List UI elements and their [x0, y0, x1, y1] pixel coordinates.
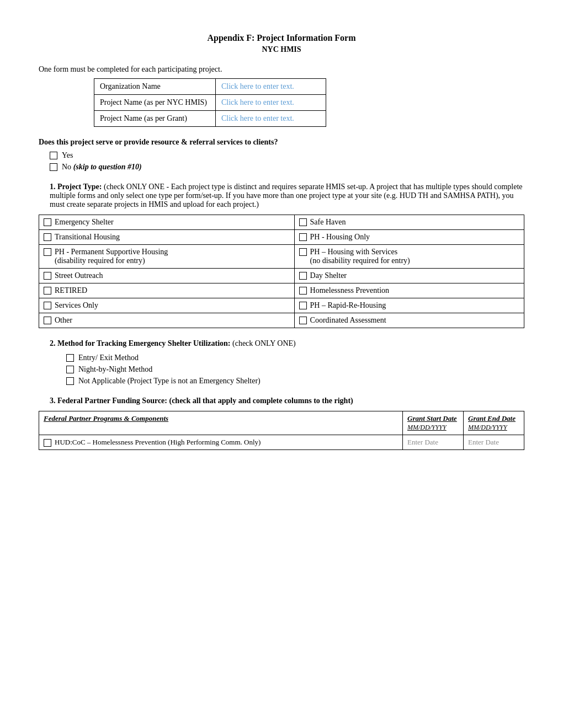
- grant-start-date-header: Grant Start Date MM/DD/YYYY: [403, 411, 464, 435]
- table-row: RETIRED Homelessness Prevention: [39, 283, 524, 298]
- homelessness-prevention-checkbox[interactable]: [299, 287, 307, 295]
- question3-header: 3. Federal Partner Funding Source: (chec…: [50, 397, 524, 405]
- project-type-cell: PH – Rapid-Re-Housing: [294, 298, 524, 313]
- question1-number: 1.: [50, 183, 56, 191]
- resource-yes-checkbox[interactable]: [50, 152, 57, 159]
- entry-exit-option[interactable]: Entry/ Exit Method: [66, 354, 524, 362]
- federal-table-header-row: Federal Partner Programs & Components Gr…: [39, 411, 524, 435]
- info-value-2[interactable]: Click here to enter text.: [216, 111, 326, 127]
- ph-rrh-checkbox[interactable]: [299, 302, 307, 309]
- question2-label: Method for Tracking Emergency Shelter Ut…: [57, 339, 296, 347]
- homelessness-prevention-label: Homelessness Prevention: [310, 286, 389, 295]
- table-row: Emergency Shelter Safe Haven: [39, 215, 524, 230]
- retired-checkbox[interactable]: [44, 287, 51, 295]
- ph-housing-services-label: PH – Housing with Services: [310, 248, 410, 256]
- ph-housing-only-checkbox[interactable]: [299, 233, 307, 241]
- info-label-1: Project Name (as per NYC HMIS): [94, 95, 216, 111]
- transitional-housing-label: Transitional Housing: [55, 233, 120, 242]
- transitional-housing-checkbox[interactable]: [44, 233, 51, 241]
- table-row: Project Name (as per Grant)Click here to…: [94, 111, 326, 127]
- page-title: Appendix F: Project Information Form: [39, 33, 524, 43]
- table-row: Project Name (as per NYC HMIS)Click here…: [94, 95, 326, 111]
- ph-psh-sublabel: (disability required for entry): [55, 256, 168, 265]
- question2-block: 2. Method for Tracking Emergency Shelter…: [39, 339, 524, 386]
- table-row: Transitional Housing PH - Housing Only: [39, 230, 524, 245]
- info-value-1[interactable]: Click here to enter text.: [216, 95, 326, 111]
- hud-coc-label: HUD:CoC – Homelessness Prevention (High …: [55, 438, 261, 447]
- resource-question: Does this project serve or provide resou…: [39, 138, 524, 172]
- emergency-shelter-checkbox[interactable]: [44, 218, 51, 226]
- question1-header: 1. Project Type: (check ONLY ONE - Each …: [50, 183, 524, 209]
- ph-housing-only-label: PH - Housing Only: [310, 233, 370, 242]
- hud-coc-end-date[interactable]: Enter Date: [464, 435, 524, 450]
- emergency-shelter-label: Emergency Shelter: [55, 218, 114, 227]
- street-outreach-label: Street Outreach: [55, 271, 103, 280]
- project-type-cell: PH – Housing with Services (no disabilit…: [294, 245, 524, 269]
- intro-text: One form must be completed for each part…: [39, 65, 524, 74]
- not-applicable-label: Not Applicable (Project Type is not an E…: [78, 377, 261, 386]
- entry-exit-checkbox[interactable]: [66, 354, 74, 362]
- info-label-2: Project Name (as per Grant): [94, 111, 216, 127]
- resource-no-checkbox[interactable]: [50, 163, 57, 171]
- project-type-cell: PH - Permanent Supportive Housing (disab…: [39, 245, 295, 269]
- project-type-cell: PH - Housing Only: [294, 230, 524, 245]
- ph-housing-services-checkbox[interactable]: [299, 248, 307, 256]
- project-type-cell: Street Outreach: [39, 269, 295, 283]
- night-by-night-checkbox[interactable]: [66, 366, 74, 373]
- day-shelter-label: Day Shelter: [310, 271, 347, 280]
- project-type-cell: Coordinated Assessment: [294, 313, 524, 328]
- coordinated-assessment-label: Coordinated Assessment: [310, 316, 386, 325]
- project-type-cell: Day Shelter: [294, 269, 524, 283]
- project-type-cell: Emergency Shelter: [39, 215, 295, 230]
- resource-yes-option[interactable]: Yes: [50, 151, 524, 160]
- question3-block: 3. Federal Partner Funding Source: (chec…: [39, 397, 524, 450]
- hud-coc-end-date-value: Enter Date: [468, 438, 499, 446]
- table-row: PH - Permanent Supportive Housing (disab…: [39, 245, 524, 269]
- hud-coc-cell: HUD:CoC – Homelessness Prevention (High …: [39, 435, 403, 450]
- question2-number: 2.: [50, 339, 56, 347]
- not-applicable-checkbox[interactable]: [66, 377, 74, 385]
- ph-rrh-label: PH – Rapid-Re-Housing: [310, 301, 386, 310]
- ph-housing-services-sublabel: (no disability required for entry): [310, 256, 410, 265]
- safe-haven-checkbox[interactable]: [299, 218, 307, 226]
- info-label-0: Organization Name: [94, 79, 216, 95]
- page-subtitle: NYC HMIS: [39, 45, 524, 54]
- night-by-night-option[interactable]: Night-by-Night Method: [66, 365, 524, 374]
- question3-number: 3.: [50, 397, 56, 405]
- click-here-text-1: Click here to enter text.: [221, 98, 294, 106]
- resource-yes-label: Yes: [62, 151, 73, 160]
- ph-psh-label: PH - Permanent Supportive Housing: [55, 248, 168, 256]
- other-checkbox[interactable]: [44, 317, 51, 324]
- project-type-cell: RETIRED: [39, 283, 295, 298]
- project-type-cell: Transitional Housing: [39, 230, 295, 245]
- question1-label-bold: Project Type:: [57, 183, 102, 191]
- info-table: Organization NameClick here to enter tex…: [94, 78, 326, 127]
- project-type-cell: Services Only: [39, 298, 295, 313]
- project-type-table: Emergency Shelter Safe Haven Transitiona…: [39, 215, 524, 328]
- street-outreach-checkbox[interactable]: [44, 272, 51, 280]
- question3-label: Federal Partner Funding Source: (check a…: [57, 397, 353, 405]
- question1-block: 1. Project Type: (check ONLY ONE - Each …: [39, 183, 524, 328]
- hud-coc-checkbox[interactable]: [44, 439, 51, 447]
- not-applicable-option[interactable]: Not Applicable (Project Type is not an E…: [66, 377, 524, 386]
- resource-no-option[interactable]: No (skip to question #10): [50, 163, 524, 172]
- services-only-label: Services Only: [55, 301, 98, 310]
- project-type-cell: Safe Haven: [294, 215, 524, 230]
- info-value-0[interactable]: Click here to enter text.: [216, 79, 326, 95]
- project-type-cell: Homelessness Prevention: [294, 283, 524, 298]
- ph-psh-checkbox[interactable]: [44, 248, 51, 256]
- night-by-night-label: Night-by-Night Method: [78, 365, 152, 374]
- grant-end-date-header: Grant End Date MM/DD/YYYY: [464, 411, 524, 435]
- entry-exit-label: Entry/ Exit Method: [78, 354, 139, 362]
- coordinated-assessment-checkbox[interactable]: [299, 317, 307, 324]
- day-shelter-checkbox[interactable]: [299, 272, 307, 280]
- other-label: Other: [55, 316, 72, 325]
- resource-no-label: No (skip to question #10): [62, 163, 142, 172]
- click-here-text-0: Click here to enter text.: [221, 82, 294, 90]
- table-row: HUD:CoC – Homelessness Prevention (High …: [39, 435, 524, 450]
- table-row: Services Only PH – Rapid-Re-Housing: [39, 298, 524, 313]
- question1-label-rest: (check ONLY ONE - Each project type is d…: [50, 183, 523, 208]
- services-only-checkbox[interactable]: [44, 302, 51, 309]
- hud-coc-start-date[interactable]: Enter Date: [403, 435, 464, 450]
- hud-coc-start-date-value: Enter Date: [407, 438, 438, 446]
